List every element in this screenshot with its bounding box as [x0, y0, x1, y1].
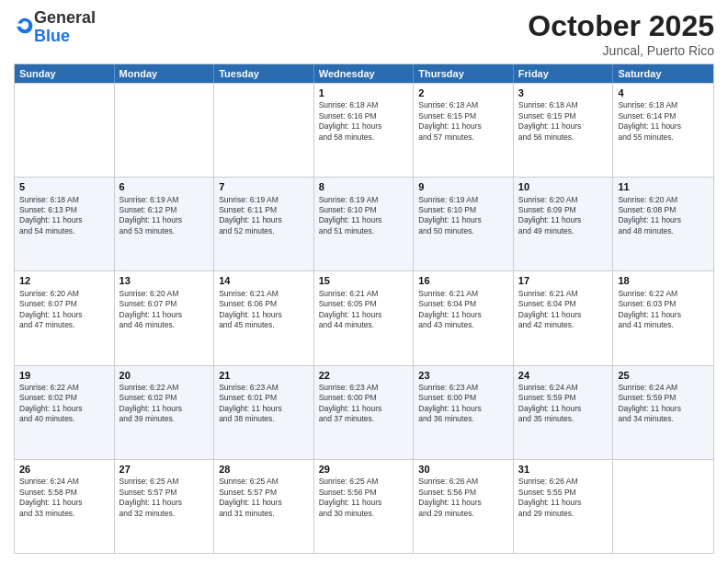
header-wednesday: Wednesday — [314, 64, 415, 83]
cell-info: Sunrise: 6:26 AM Sunset: 5:56 PM Dayligh… — [418, 477, 508, 519]
day-number: 15 — [319, 274, 409, 287]
title-block: October 2025 Juncal, Puerto Rico — [528, 9, 714, 58]
day-number: 14 — [219, 274, 309, 287]
day-number: 29 — [319, 463, 409, 476]
day-number: 22 — [319, 369, 409, 382]
cal-cell-r4c3: 29Sunrise: 6:25 AM Sunset: 5:56 PM Dayli… — [314, 460, 415, 553]
cal-cell-r0c4: 2Sunrise: 6:18 AM Sunset: 6:15 PM Daylig… — [414, 84, 514, 177]
cal-cell-r4c6 — [613, 460, 713, 553]
cal-cell-r2c6: 18Sunrise: 6:22 AM Sunset: 6:03 PM Dayli… — [613, 271, 713, 364]
cal-cell-r1c1: 6Sunrise: 6:19 AM Sunset: 6:12 PM Daylig… — [115, 178, 215, 270]
title-month: October 2025 — [528, 9, 714, 43]
cell-info: Sunrise: 6:22 AM Sunset: 6:02 PM Dayligh… — [119, 383, 210, 425]
cal-cell-r2c4: 16Sunrise: 6:21 AM Sunset: 6:04 PM Dayli… — [414, 271, 514, 364]
calendar-row-0: 1Sunrise: 6:18 AM Sunset: 6:16 PM Daylig… — [15, 83, 713, 177]
cell-info: Sunrise: 6:24 AM Sunset: 5:58 PM Dayligh… — [19, 477, 109, 519]
day-number: 9 — [418, 180, 508, 193]
cell-info: Sunrise: 6:24 AM Sunset: 5:59 PM Dayligh… — [618, 383, 709, 425]
header-friday: Friday — [514, 64, 614, 83]
cell-info: Sunrise: 6:21 AM Sunset: 6:06 PM Dayligh… — [219, 289, 309, 331]
cell-info: Sunrise: 6:23 AM Sunset: 6:01 PM Dayligh… — [219, 383, 309, 425]
day-number: 2 — [418, 86, 508, 99]
cal-cell-r2c2: 14Sunrise: 6:21 AM Sunset: 6:06 PM Dayli… — [214, 271, 314, 364]
cell-info: Sunrise: 6:19 AM Sunset: 6:12 PM Dayligh… — [119, 195, 210, 237]
cell-info: Sunrise: 6:22 AM Sunset: 6:03 PM Dayligh… — [618, 289, 709, 331]
cell-info: Sunrise: 6:23 AM Sunset: 6:00 PM Dayligh… — [319, 383, 409, 425]
cell-info: Sunrise: 6:18 AM Sunset: 6:15 PM Dayligh… — [518, 100, 609, 143]
header-tuesday: Tuesday — [214, 64, 314, 83]
day-number: 20 — [119, 369, 210, 382]
cell-info: Sunrise: 6:18 AM Sunset: 6:16 PM Dayligh… — [319, 100, 409, 143]
calendar-row-4: 26Sunrise: 6:24 AM Sunset: 5:58 PM Dayli… — [15, 459, 713, 553]
day-number: 3 — [518, 86, 609, 99]
cal-cell-r0c6: 4Sunrise: 6:18 AM Sunset: 6:14 PM Daylig… — [613, 84, 713, 177]
cell-info: Sunrise: 6:18 AM Sunset: 6:14 PM Dayligh… — [618, 100, 709, 143]
cell-info: Sunrise: 6:25 AM Sunset: 5:57 PM Dayligh… — [119, 477, 210, 519]
cell-info: Sunrise: 6:20 AM Sunset: 6:09 PM Dayligh… — [518, 195, 609, 237]
cell-info: Sunrise: 6:25 AM Sunset: 5:56 PM Dayligh… — [319, 477, 409, 519]
cell-info: Sunrise: 6:20 AM Sunset: 6:07 PM Dayligh… — [119, 289, 210, 331]
day-number: 26 — [19, 463, 109, 476]
cell-info: Sunrise: 6:19 AM Sunset: 6:10 PM Dayligh… — [418, 195, 508, 237]
cell-info: Sunrise: 6:19 AM Sunset: 6:10 PM Dayligh… — [319, 195, 409, 237]
day-number: 1 — [319, 86, 409, 99]
cal-cell-r4c0: 26Sunrise: 6:24 AM Sunset: 5:58 PM Dayli… — [15, 460, 115, 553]
cal-cell-r3c4: 23Sunrise: 6:23 AM Sunset: 6:00 PM Dayli… — [414, 366, 514, 459]
cell-info: Sunrise: 6:18 AM Sunset: 6:15 PM Dayligh… — [418, 100, 508, 143]
cal-cell-r0c1 — [115, 84, 215, 177]
header-thursday: Thursday — [414, 64, 514, 83]
calendar-row-3: 19Sunrise: 6:22 AM Sunset: 6:02 PM Dayli… — [15, 365, 713, 459]
cal-cell-r4c4: 30Sunrise: 6:26 AM Sunset: 5:56 PM Dayli… — [414, 460, 514, 553]
cell-info: Sunrise: 6:20 AM Sunset: 6:07 PM Dayligh… — [19, 289, 109, 331]
cal-cell-r3c2: 21Sunrise: 6:23 AM Sunset: 6:01 PM Dayli… — [214, 366, 314, 459]
day-number: 25 — [618, 369, 709, 382]
day-number: 6 — [119, 180, 210, 193]
cal-cell-r3c0: 19Sunrise: 6:22 AM Sunset: 6:02 PM Dayli… — [15, 366, 115, 459]
cal-cell-r1c4: 9Sunrise: 6:19 AM Sunset: 6:10 PM Daylig… — [414, 178, 514, 270]
cal-cell-r4c2: 28Sunrise: 6:25 AM Sunset: 5:57 PM Dayli… — [214, 460, 314, 553]
cal-cell-r4c1: 27Sunrise: 6:25 AM Sunset: 5:57 PM Dayli… — [115, 460, 215, 553]
cell-info: Sunrise: 6:18 AM Sunset: 6:13 PM Dayligh… — [19, 195, 109, 237]
cell-info: Sunrise: 6:24 AM Sunset: 5:59 PM Dayligh… — [518, 383, 609, 425]
calendar-header: Sunday Monday Tuesday Wednesday Thursday… — [15, 64, 713, 83]
day-number: 7 — [219, 180, 309, 193]
cell-info: Sunrise: 6:21 AM Sunset: 6:05 PM Dayligh… — [319, 289, 409, 331]
day-number: 8 — [319, 180, 409, 193]
cal-cell-r0c2 — [214, 84, 314, 177]
logo-icon — [16, 17, 34, 35]
cell-info: Sunrise: 6:26 AM Sunset: 5:55 PM Dayligh… — [518, 477, 609, 519]
cal-cell-r4c5: 31Sunrise: 6:26 AM Sunset: 5:55 PM Dayli… — [514, 460, 614, 553]
cell-info: Sunrise: 6:21 AM Sunset: 6:04 PM Dayligh… — [418, 289, 508, 331]
cal-cell-r1c3: 8Sunrise: 6:19 AM Sunset: 6:10 PM Daylig… — [314, 178, 415, 270]
day-number: 19 — [19, 369, 109, 382]
cal-cell-r3c5: 24Sunrise: 6:24 AM Sunset: 5:59 PM Dayli… — [514, 366, 614, 459]
logo-general-text: General — [34, 8, 96, 27]
header-saturday: Saturday — [613, 64, 713, 83]
cell-info: Sunrise: 6:25 AM Sunset: 5:57 PM Dayligh… — [219, 477, 309, 519]
calendar-row-1: 5Sunrise: 6:18 AM Sunset: 6:13 PM Daylig… — [15, 177, 713, 270]
day-number: 23 — [418, 369, 508, 382]
day-number: 12 — [19, 274, 109, 287]
day-number: 11 — [618, 180, 709, 193]
day-number: 27 — [119, 463, 210, 476]
title-location: Juncal, Puerto Rico — [528, 43, 714, 58]
header-monday: Monday — [115, 64, 215, 83]
cell-info: Sunrise: 6:20 AM Sunset: 6:08 PM Dayligh… — [618, 195, 709, 237]
cell-info: Sunrise: 6:19 AM Sunset: 6:11 PM Dayligh… — [219, 195, 309, 237]
cal-cell-r3c3: 22Sunrise: 6:23 AM Sunset: 6:00 PM Dayli… — [314, 366, 415, 459]
cal-cell-r3c1: 20Sunrise: 6:22 AM Sunset: 6:02 PM Dayli… — [115, 366, 215, 459]
day-number: 16 — [418, 274, 508, 287]
cal-cell-r2c0: 12Sunrise: 6:20 AM Sunset: 6:07 PM Dayli… — [15, 271, 115, 364]
logo: General Blue — [14, 9, 96, 46]
day-number: 21 — [219, 369, 309, 382]
day-number: 18 — [618, 274, 709, 287]
header-sunday: Sunday — [15, 64, 115, 83]
page: General Blue October 2025 Juncal, Puerto… — [0, 0, 728, 563]
day-number: 13 — [119, 274, 210, 287]
cal-cell-r2c1: 13Sunrise: 6:20 AM Sunset: 6:07 PM Dayli… — [115, 271, 215, 364]
cal-cell-r1c0: 5Sunrise: 6:18 AM Sunset: 6:13 PM Daylig… — [15, 178, 115, 270]
calendar-body: 1Sunrise: 6:18 AM Sunset: 6:16 PM Daylig… — [15, 83, 713, 553]
day-number: 30 — [418, 463, 508, 476]
cal-cell-r3c6: 25Sunrise: 6:24 AM Sunset: 5:59 PM Dayli… — [613, 366, 713, 459]
day-number: 31 — [518, 463, 609, 476]
